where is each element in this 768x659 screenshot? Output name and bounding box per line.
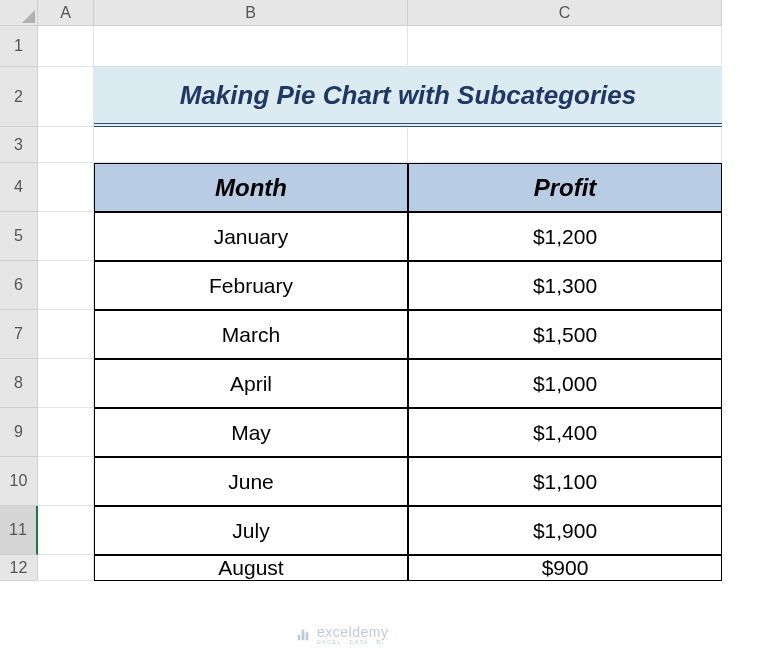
- cell-a2[interactable]: [38, 67, 94, 127]
- col-header-b[interactable]: B: [94, 0, 408, 26]
- row-header-1[interactable]: 1: [0, 26, 38, 67]
- watermark: exceldemy EXCEL · DATA · BI: [295, 625, 388, 645]
- table-row[interactable]: June: [94, 457, 408, 506]
- col-header-c[interactable]: C: [408, 0, 722, 26]
- table-row[interactable]: $1,500: [408, 310, 722, 359]
- cell-b1[interactable]: [94, 26, 408, 67]
- row-header-4[interactable]: 4: [0, 163, 38, 212]
- table-row[interactable]: $1,400: [408, 408, 722, 457]
- row-header-7[interactable]: 7: [0, 310, 38, 359]
- row-header-10[interactable]: 10: [0, 457, 38, 506]
- cell-a3[interactable]: [38, 127, 94, 163]
- select-all-corner[interactable]: [0, 0, 38, 26]
- table-row[interactable]: February: [94, 261, 408, 310]
- cell-a10[interactable]: [38, 457, 94, 506]
- cell-a9[interactable]: [38, 408, 94, 457]
- cell-c3[interactable]: [408, 127, 722, 163]
- table-row[interactable]: May: [94, 408, 408, 457]
- cell-a8[interactable]: [38, 359, 94, 408]
- table-row[interactable]: March: [94, 310, 408, 359]
- row-header-8[interactable]: 8: [0, 359, 38, 408]
- row-header-5[interactable]: 5: [0, 212, 38, 261]
- table-row[interactable]: $1,100: [408, 457, 722, 506]
- row-header-11[interactable]: 11: [0, 506, 38, 555]
- cell-b3[interactable]: [94, 127, 408, 163]
- table-row[interactable]: $1,200: [408, 212, 722, 261]
- table-row[interactable]: $1,900: [408, 506, 722, 555]
- cell-a4[interactable]: [38, 163, 94, 212]
- cell-a11[interactable]: [38, 506, 94, 555]
- cell-a12[interactable]: [38, 555, 94, 581]
- table-row[interactable]: $1,000: [408, 359, 722, 408]
- watermark-subtext: EXCEL · DATA · BI: [317, 639, 388, 645]
- row-header-3[interactable]: 3: [0, 127, 38, 163]
- cell-c1[interactable]: [408, 26, 722, 67]
- col-header-a[interactable]: A: [38, 0, 94, 26]
- row-header-6[interactable]: 6: [0, 261, 38, 310]
- logo-icon: [295, 627, 311, 643]
- spreadsheet-grid: A B C 1 2 Making Pie Chart with Subcateg…: [0, 0, 768, 581]
- table-row[interactable]: July: [94, 506, 408, 555]
- row-header-9[interactable]: 9: [0, 408, 38, 457]
- watermark-text: exceldemy: [317, 625, 388, 639]
- table-row[interactable]: August: [94, 555, 408, 581]
- cell-a5[interactable]: [38, 212, 94, 261]
- table-row[interactable]: $900: [408, 555, 722, 581]
- cell-a6[interactable]: [38, 261, 94, 310]
- table-row[interactable]: $1,300: [408, 261, 722, 310]
- row-header-12[interactable]: 12: [0, 555, 38, 581]
- table-row[interactable]: January: [94, 212, 408, 261]
- row-header-2[interactable]: 2: [0, 67, 38, 127]
- cell-a7[interactable]: [38, 310, 94, 359]
- table-row[interactable]: April: [94, 359, 408, 408]
- page-title[interactable]: Making Pie Chart with Subcategories: [94, 67, 722, 127]
- table-header-month[interactable]: Month: [94, 163, 408, 212]
- cell-a1[interactable]: [38, 26, 94, 67]
- table-header-profit[interactable]: Profit: [408, 163, 722, 212]
